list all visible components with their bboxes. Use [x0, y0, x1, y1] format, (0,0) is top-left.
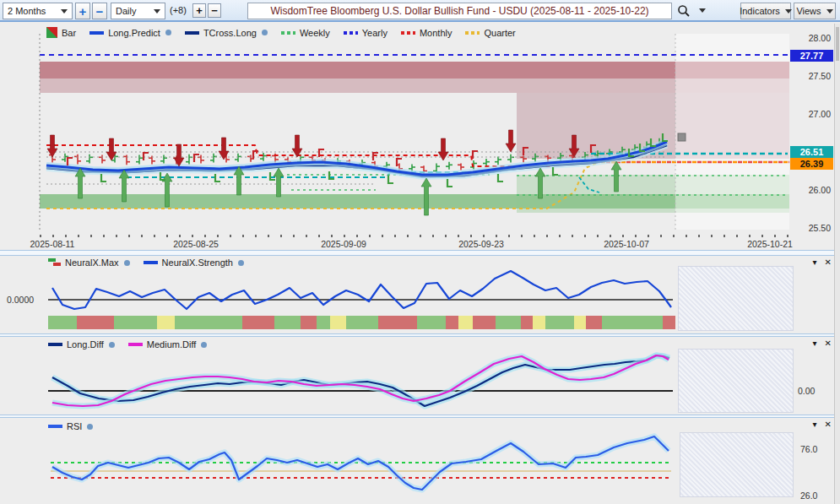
legend-item-yearly[interactable]: Yearly	[344, 28, 387, 38]
legend-item-long-diff[interactable]: Long.Diff	[48, 339, 115, 350]
strip-segment	[574, 316, 586, 329]
legend-label: RSI	[67, 421, 82, 431]
indicators-button-label: Indicators	[740, 6, 780, 16]
close-panel-icon[interactable]: ✕	[825, 420, 832, 430]
views-button[interactable]: Views	[794, 3, 836, 19]
legend-item-weekly[interactable]: Weekly	[281, 28, 330, 38]
collapse-panel-icon[interactable]: ▾	[813, 420, 817, 430]
y-axis-label: 25.50	[790, 223, 831, 233]
strip-segment	[274, 316, 300, 329]
close-panel-icon[interactable]: ✕	[825, 339, 832, 349]
legend-label: Medium.Diff	[147, 339, 196, 350]
period-select[interactable]: Daily	[111, 3, 165, 19]
rsi-lower-label: 26.0	[800, 490, 817, 501]
x-axis-label: 2025-10-07	[588, 239, 664, 249]
info-icon[interactable]	[87, 424, 93, 430]
rsi-upper-label: 76.0	[800, 444, 817, 454]
y-axis-label: 27.50	[790, 71, 831, 81]
strip-segment	[602, 316, 663, 329]
zero-value-label: 0.00	[798, 386, 815, 396]
y-axis-label: 26.00	[790, 185, 831, 195]
scrollbar-thumb[interactable]	[836, 27, 839, 61]
minus-icon: −	[96, 4, 104, 19]
info-icon[interactable]	[238, 260, 244, 266]
neuralx-panel: NeuralX.MaxNeuralX.Strength 0.0000 ▾ ✕	[0, 256, 840, 333]
price-badge-tcross: 26.51	[790, 146, 833, 158]
symbol-title-field[interactable]: WisdomTree Bloomberg U.S. Dollar Bullish…	[247, 3, 672, 19]
strip-segment	[586, 316, 602, 329]
strip-segment	[473, 316, 496, 329]
forecast-region	[678, 349, 794, 413]
legend-item-bar[interactable]: Bar	[46, 27, 76, 38]
strip-segment	[521, 316, 533, 329]
info-icon[interactable]	[201, 342, 207, 348]
panel-separator[interactable]	[0, 415, 840, 418]
indicators-button[interactable]: Indicators	[740, 3, 791, 19]
right-scrollbar[interactable]	[834, 24, 840, 504]
legend-item-neuralx-max[interactable]: NeuralX.Max	[48, 257, 130, 268]
info-icon[interactable]	[262, 30, 268, 35]
legend-swatch-icon	[281, 31, 295, 35]
panel-separator[interactable]	[0, 250, 840, 256]
legend-swatch-icon	[48, 425, 62, 428]
strip-segment	[175, 316, 243, 329]
strip-segment	[496, 316, 521, 329]
strip-segment	[77, 316, 114, 329]
price-badge-last: 26.39	[790, 158, 833, 170]
legend-label: TCross.Long	[203, 28, 257, 38]
strip-segment	[317, 316, 331, 329]
legend-item-medium-diff[interactable]: Medium.Diff	[128, 339, 207, 350]
range-select[interactable]: 2 Months	[3, 3, 73, 19]
chevron-down-icon	[154, 9, 160, 14]
legend-label: NeuralX.Max	[65, 257, 119, 268]
main-price-plot[interactable]	[0, 24, 840, 250]
info-icon[interactable]	[165, 30, 171, 35]
info-icon[interactable]	[109, 342, 115, 348]
price-badge-yearly: 27.77	[790, 50, 833, 62]
y-axis-label: 28.00	[790, 33, 831, 43]
bar-offset-label: (+8)	[170, 5, 187, 15]
collapse-panel-icon[interactable]: ▾	[813, 257, 817, 268]
legend-item-tcross-long[interactable]: TCross.Long	[185, 28, 268, 38]
strip-segment	[417, 316, 446, 329]
collapse-panel-icon[interactable]: ▾	[813, 339, 817, 349]
neuralx-legend: NeuralX.MaxNeuralX.Strength	[48, 257, 244, 268]
panel-controls: ▾ ✕	[813, 257, 832, 268]
legend-label: Weekly	[300, 28, 330, 38]
y-axis-label: 27.00	[790, 109, 831, 119]
panel-separator[interactable]	[0, 333, 840, 337]
search-icon[interactable]	[677, 4, 691, 19]
legend-label: Bar	[62, 28, 76, 38]
strip-segment	[446, 316, 458, 329]
legend-item-monthly[interactable]: Monthly	[401, 28, 453, 38]
legend-swatch-icon	[89, 31, 104, 35]
remove-bars-button[interactable]: −	[208, 3, 221, 18]
legend-swatch-icon	[144, 261, 158, 264]
legend-swatch-icon	[128, 343, 143, 346]
legend-swatch-icon	[48, 343, 62, 346]
search-dropdown-icon[interactable]	[699, 8, 706, 13]
legend-item-long-predict[interactable]: Long.Predict	[89, 28, 171, 38]
diff-legend: Long.DiffMedium.Diff	[48, 339, 207, 350]
strip-segment	[157, 316, 175, 329]
strip-segment	[242, 316, 274, 329]
close-panel-icon[interactable]: ✕	[825, 257, 832, 268]
legend-item-rsi[interactable]: RSI	[48, 421, 93, 431]
zoom-out-button[interactable]: −	[92, 3, 107, 19]
main-legend: BarLong.PredictTCross.LongWeeklyYearlyMo…	[46, 27, 516, 38]
chevron-down-icon	[61, 9, 68, 14]
strip-segment	[545, 316, 574, 329]
strip-segment	[330, 316, 346, 329]
zoom-in-button[interactable]: +	[75, 3, 90, 19]
legend-item-neuralx-strength[interactable]: NeuralX.Strength	[144, 257, 244, 268]
strip-segment	[301, 316, 317, 329]
rsi-legend: RSI	[48, 421, 93, 431]
add-bars-button[interactable]: +	[192, 3, 206, 18]
trading-chart-app: 2 Months + − Daily (+8) + − WisdomTree B…	[0, 0, 840, 504]
legend-item-quarter[interactable]: Quarter	[465, 28, 515, 38]
strip-segment	[378, 316, 417, 329]
x-axis-label: 2025-08-11	[14, 239, 90, 249]
legend-label: Yearly	[362, 28, 387, 38]
symbol-title: WisdomTree Bloomberg U.S. Dollar Bullish…	[270, 5, 648, 17]
info-icon[interactable]	[124, 260, 130, 266]
